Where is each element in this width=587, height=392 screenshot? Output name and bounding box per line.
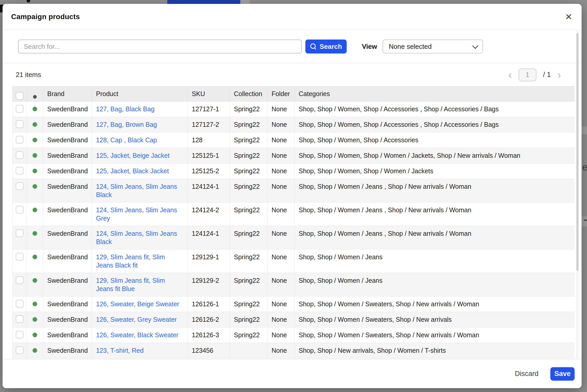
row-select-cell [13,296,27,312]
status-dot-green-icon [33,107,37,111]
discard-button[interactable]: Discard [513,370,540,378]
product-link[interactable]: 126, Sweater, Grey Sweater [96,316,177,323]
row-checkbox[interactable] [16,229,23,237]
view-select-dropdown[interactable]: None selected [383,40,483,53]
modal-title: Campaign products [11,4,80,30]
row-product-cell: 127, Bag, Brown Bag [92,117,188,132]
vertical-scrollbar-track[interactable] [576,30,579,359]
row-status-cell [27,101,43,117]
table-row: SwedenBrand125, Jacket, Black Jacket1251… [13,163,575,179]
status-dot-green-icon [33,278,37,283]
column-header-categories: Categories [295,87,575,101]
row-select-cell [13,101,27,117]
background-row-band [582,216,587,226]
row-checkbox[interactable] [16,105,23,113]
row-folder-cell: None [267,343,295,358]
status-dot-green-icon [33,348,37,353]
row-status-cell [27,163,43,179]
product-link[interactable]: 124, Slim Jeans, Slim Jeans Black [96,230,177,245]
product-link[interactable]: 129, Slim Jeans fit, Slim Jeans fit Blue [96,277,165,292]
background-row-band [582,127,587,134]
table-row: SwedenBrand126, Sweater, Grey Sweater126… [13,312,575,327]
row-collection-cell: Spring22 [230,117,267,132]
product-link[interactable]: 124, Slim Jeans, Slim Jeans Grey [96,206,177,222]
status-dot-green-icon [33,231,37,236]
table-row: SwedenBrand126, Sweater, Black Sweater12… [13,327,575,343]
row-folder-cell: None [267,117,295,132]
status-dot-green-icon [33,169,37,173]
row-product-cell: 124, Slim Jeans, Slim Jeans Black [92,226,188,249]
background-page-button-fragment [167,0,240,4]
row-collection-cell: Spring22 [230,327,267,343]
select-all-checkbox[interactable] [16,92,23,100]
row-checkbox[interactable] [16,315,23,323]
product-link[interactable]: 126, Sweater, Beige Sweater [96,300,179,308]
row-checkbox[interactable] [16,276,23,284]
row-select-cell [13,148,27,163]
product-link[interactable]: 125, Jacket, Black Jacket [96,167,169,175]
row-categories-cell: Shop, Shop / Women, Shop / Accessories [295,132,575,148]
row-checkbox[interactable] [16,167,23,175]
table-row: SwedenBrand125, Jacket, Beige Jacket1251… [13,148,575,163]
previous-page-icon[interactable]: ‹ [508,70,512,80]
row-brand-cell: SwedenBrand [43,101,92,117]
status-dot-green-icon [33,255,37,259]
row-status-cell [27,249,43,273]
table-row: SwedenBrand129, Slim Jeans fit, Slim Jea… [13,273,575,296]
status-header-cell [27,87,43,101]
row-collection-cell: Spring22 [230,148,267,163]
product-link[interactable]: 128, Cap , Black Cap [96,136,157,144]
row-checkbox[interactable] [16,151,23,159]
row-checkbox[interactable] [16,300,23,308]
current-page-input[interactable]: 1 [519,68,536,81]
row-checkbox[interactable] [16,120,23,128]
product-link[interactable]: 127, Bag, Black Bag [96,105,155,113]
product-link[interactable]: 126, Sweater, Black Sweater [96,331,179,339]
row-folder-cell: None [267,327,295,343]
row-status-cell [27,117,43,132]
row-collection-cell: Spring22 [230,249,267,273]
status-dot-green-icon [33,153,37,158]
modal-footer: Discard Save [3,359,582,388]
row-sku-cell: 124124-2 [188,202,230,226]
vertical-scrollbar-thumb[interactable] [576,33,578,271]
product-link[interactable]: 125, Jacket, Beige Jacket [96,152,170,159]
row-checkbox[interactable] [16,253,23,261]
product-link[interactable]: 127, Bag, Brown Bag [96,121,157,128]
product-link[interactable]: 124, Slim Jeans, Slim Jeans Black [96,183,177,198]
row-categories-cell: Shop, Shop / Women, Shop / Accessories ,… [295,117,575,132]
search-input[interactable] [18,40,302,53]
row-select-cell [13,163,27,179]
close-button[interactable]: ✕ [562,11,575,23]
row-collection-cell: Spring22 [230,226,267,249]
row-checkbox[interactable] [16,182,23,190]
row-checkbox[interactable] [16,206,23,214]
campaign-products-modal: Campaign products ✕ Search View None sel… [3,4,582,388]
row-product-cell: 126, Sweater, Black Sweater [92,327,188,343]
product-link[interactable]: 129, Slim Jeans fit, Slim Jeans Black fi… [96,253,165,269]
row-folder-cell: None [267,249,295,273]
column-header-product: Product [92,87,188,101]
row-collection-cell: Spring22 [230,296,267,312]
product-link[interactable]: 123, T-shirt, Red [96,347,144,354]
status-dot-green-icon [33,302,37,306]
row-folder-cell: None [267,273,295,296]
row-select-cell [13,132,27,148]
table-row: SwedenBrand128, Cap , Black Cap128Spring… [13,132,575,148]
row-status-cell [27,327,43,343]
save-button[interactable]: Save [550,367,575,381]
row-checkbox[interactable] [16,136,23,144]
products-table: Brand Product SKU Collection Folder Cate… [12,86,575,359]
items-count: 21 items [16,71,41,79]
search-button[interactable]: Search [305,40,347,53]
row-checkbox[interactable] [16,331,23,339]
row-collection-cell: Spring22 [230,163,267,179]
row-sku-cell: 123456 [188,343,230,358]
row-select-cell [13,312,27,327]
row-select-cell [13,249,27,273]
next-page-icon[interactable]: › [558,70,561,80]
row-checkbox[interactable] [16,346,23,354]
status-dot-green-icon [33,122,37,127]
table-row: SwedenBrand124, Slim Jeans, Slim Jeans G… [13,202,575,226]
column-header-folder: Folder [267,87,295,101]
